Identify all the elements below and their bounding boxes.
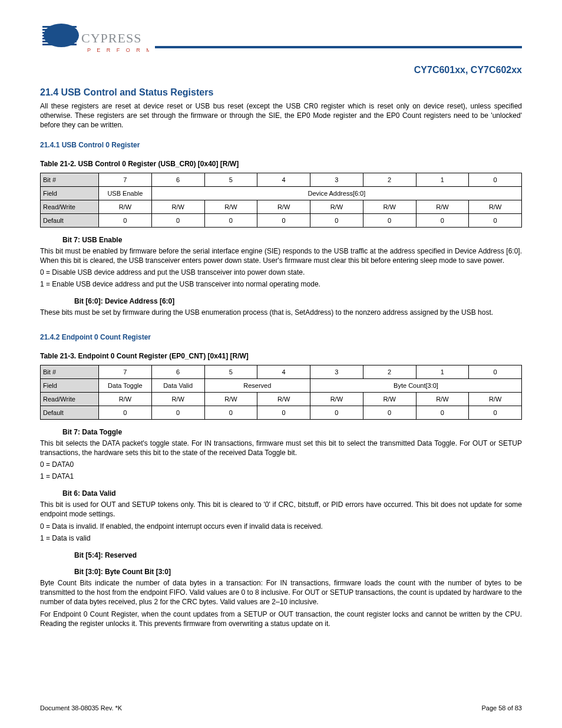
reg2-caption: Table 21-3. Endpoint 0 Count Register (E… — [40, 352, 522, 360]
table-cell: 2 — [363, 365, 416, 378]
body-text: 0 = Disable USB device address and put t… — [40, 268, 522, 277]
table-cell: 7 — [99, 173, 152, 186]
header-rule — [155, 46, 522, 48]
body-text: 1 = DATA1 — [40, 472, 522, 481]
table-cell: 0 — [310, 213, 363, 227]
body-text: 1 = Enable USB device address and put th… — [40, 279, 522, 289]
register-table-1: Bit # 7 6 5 4 3 2 1 0 Field USB Enable D… — [40, 173, 522, 228]
table-cell: R/W — [257, 200, 310, 213]
footer-page-number: Page 58 of 83 — [481, 704, 522, 711]
table-cell: Reserved — [204, 378, 310, 392]
table-cell: 5 — [204, 173, 257, 186]
table-cell: USB Enable — [99, 186, 152, 200]
table-cell: R/W — [469, 200, 522, 213]
table-cell: 2 — [363, 173, 416, 186]
table-cell: Bit # — [41, 173, 99, 186]
reg1-caption: Table 21-2. USB Control 0 Register (USB_… — [40, 160, 522, 168]
reg2-heading: 21.4.2 Endpoint 0 Count Register — [40, 333, 522, 341]
table-cell: 0 — [363, 406, 416, 419]
table-cell: 0 — [469, 406, 522, 419]
table-cell: 0 — [99, 406, 152, 419]
table-cell: 0 — [99, 213, 152, 227]
table-cell: 0 — [151, 213, 204, 227]
table-cell: 1 — [416, 173, 469, 186]
body-text: These bits must be set by firmware durin… — [40, 308, 522, 317]
table-cell: Read/Write — [41, 200, 99, 213]
footer-doc-id: Document 38-08035 Rev. *K — [40, 704, 122, 711]
table-cell: R/W — [204, 392, 257, 406]
table-cell: Field — [41, 378, 99, 392]
body-text: This bit selects the DATA packet's toggl… — [40, 439, 522, 457]
table-cell: R/W — [99, 200, 152, 213]
table-cell: R/W — [257, 392, 310, 406]
body-text: This bit is used for OUT and SETUP token… — [40, 500, 522, 519]
table-cell: R/W — [363, 392, 416, 406]
body-text: For Endpoint 0 Count Register, when the … — [40, 610, 522, 628]
section-intro: All these registers are reset at device … — [40, 101, 522, 130]
page-header: CYPRESS P E R F O R M — [40, 18, 522, 65]
table-cell: Data Valid — [151, 378, 204, 392]
table-cell: R/W — [416, 200, 469, 213]
body-text: Byte Count Bits indicate the number of d… — [40, 578, 522, 607]
table-cell: Data Toggle — [99, 378, 152, 392]
table-cell: R/W — [310, 392, 363, 406]
table-cell: 0 — [469, 173, 522, 186]
table-cell: 0 — [204, 213, 257, 227]
table-cell: R/W — [469, 392, 522, 406]
table-cell: 1 — [416, 365, 469, 378]
table-cell: 0 — [257, 406, 310, 419]
table-cell: Field — [41, 186, 99, 200]
body-text: 0 = DATA0 — [40, 460, 522, 469]
table-cell: R/W — [204, 200, 257, 213]
bit-label: Bit [6:0]: Device Address [6:0] — [74, 297, 522, 305]
table-cell: 0 — [363, 213, 416, 227]
logo-subtext: P E R F O R M — [87, 47, 149, 53]
body-text: 0 = Data is invalid. If enabled, the end… — [40, 522, 522, 531]
table-cell: R/W — [151, 200, 204, 213]
table-cell: 0 — [257, 213, 310, 227]
table-cell: Default — [41, 213, 99, 227]
bit-label: Bit [5:4]: Reserved — [74, 551, 522, 559]
table-cell: R/W — [416, 392, 469, 406]
table-cell: 0 — [469, 213, 522, 227]
table-cell: 0 — [416, 213, 469, 227]
table-cell: Device Address[6:0] — [151, 186, 521, 200]
table-cell: Default — [41, 406, 99, 419]
logo: CYPRESS P E R F O R M — [40, 18, 149, 65]
table-cell: Read/Write — [41, 392, 99, 406]
table-cell: 6 — [151, 173, 204, 186]
body-text: 1 = Data is valid — [40, 533, 522, 543]
svg-point-7 — [44, 24, 79, 47]
table-cell: Byte Count[3:0] — [310, 378, 522, 392]
table-cell: 0 — [416, 406, 469, 419]
table-cell: 0 — [469, 365, 522, 378]
table-cell: 3 — [310, 365, 363, 378]
table-cell: 3 — [310, 173, 363, 186]
reg1-heading: 21.4.1 USB Control 0 Register — [40, 141, 522, 149]
body-text: This bit must be enabled by firmware bef… — [40, 246, 522, 265]
bit-label: Bit 7: Data Toggle — [62, 428, 522, 436]
bit-label: Bit 7: USB Enable — [62, 236, 522, 244]
table-cell: 0 — [151, 406, 204, 419]
table-cell: R/W — [363, 200, 416, 213]
table-cell: Bit # — [41, 365, 99, 378]
table-cell: 4 — [257, 173, 310, 186]
bit-label: Bit 6: Data Valid — [62, 489, 522, 498]
page-footer: Document 38-08035 Rev. *K Page 58 of 83 — [40, 704, 522, 711]
table-cell: R/W — [151, 392, 204, 406]
device-id: CY7C601xx, CY7C602xx — [40, 65, 522, 75]
table-cell: 5 — [204, 365, 257, 378]
bit-label: Bit [3:0]: Byte Count Bit [3:0] — [74, 568, 522, 576]
table-cell: R/W — [99, 392, 152, 406]
table-cell: R/W — [310, 200, 363, 213]
logo-text: CYPRESS — [81, 31, 141, 45]
table-cell: 0 — [310, 406, 363, 419]
table-cell: 7 — [99, 365, 152, 378]
table-cell: 0 — [204, 406, 257, 419]
table-cell: 6 — [151, 365, 204, 378]
table-cell: 4 — [257, 365, 310, 378]
register-table-2: Bit # 7 6 5 4 3 2 1 0 Field Data Toggle … — [40, 365, 522, 420]
section-title: 21.4 USB Control and Status Registers — [40, 87, 522, 98]
